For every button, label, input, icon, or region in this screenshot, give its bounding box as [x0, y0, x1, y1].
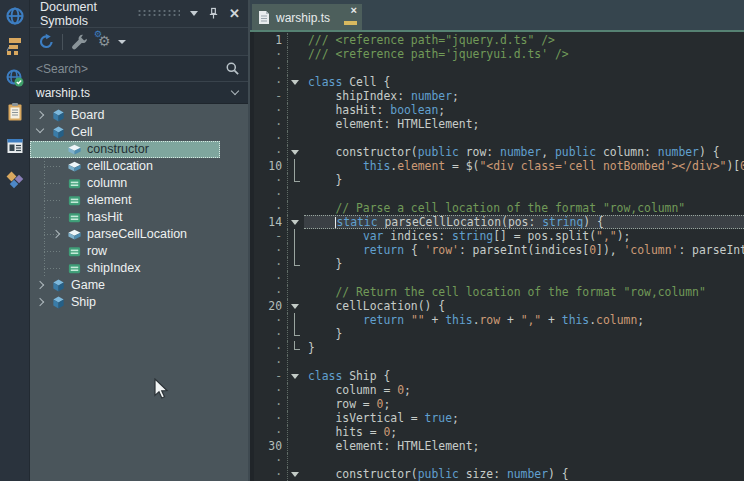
- code-text: constructor(public row: number, public c…: [304, 145, 744, 159]
- document-outline-icon[interactable]: [5, 36, 25, 56]
- code-line-8[interactable]: ·: [254, 131, 744, 145]
- fold-collapse-icon[interactable]: [288, 299, 304, 313]
- toolbar-dropdown-arrow-icon[interactable]: [118, 40, 126, 44]
- line-number: ·: [254, 411, 288, 425]
- tree-item-column[interactable]: column: [30, 175, 248, 192]
- settings-gear-icon[interactable]: ⚙⚙: [94, 32, 114, 52]
- code-line-10[interactable]: 10 this.element = $("<div class='cell no…: [254, 159, 744, 173]
- web-globe-icon[interactable]: [5, 6, 25, 26]
- search-box[interactable]: <Search>: [30, 56, 248, 82]
- code-line-22[interactable]: · }: [254, 327, 744, 341]
- tree-item-shipIndex[interactable]: shipIndex: [30, 260, 248, 277]
- wrench-icon[interactable]: [70, 33, 88, 51]
- tree-item-constructor[interactable]: constructor: [30, 141, 248, 158]
- code-line-19[interactable]: · // Return the cell location of the for…: [254, 285, 744, 299]
- tree-item-hasHit[interactable]: hasHit: [30, 209, 248, 226]
- code-area[interactable]: 1/// <reference path="jquery.d.ts" />·//…: [250, 32, 744, 481]
- tree-item-Game[interactable]: Game: [30, 277, 248, 294]
- fold-margin: [288, 173, 304, 187]
- code-line-28[interactable]: · isVertical = true;: [254, 411, 744, 425]
- tree-item-parseCellLocation[interactable]: parseCellLocation: [30, 226, 248, 243]
- code-line-3[interactable]: ·: [254, 61, 744, 75]
- refresh-icon[interactable]: [38, 33, 55, 50]
- fold-collapse-icon[interactable]: [288, 215, 304, 229]
- line-number: -: [254, 369, 288, 383]
- fold-collapse-icon[interactable]: [288, 369, 304, 383]
- code-text: [304, 453, 744, 467]
- tab-warship-ts[interactable]: warship.ts ×: [252, 4, 362, 30]
- code-line-7[interactable]: · element: HTMLElement;: [254, 117, 744, 131]
- panel-close-icon[interactable]: ✕: [229, 7, 240, 20]
- tab-close-icon[interactable]: ×: [351, 5, 357, 16]
- code-line-25[interactable]: -class Ship {: [254, 369, 744, 383]
- file-selector-dropdown[interactable]: warship.ts: [30, 82, 248, 104]
- line-number: ·: [254, 397, 288, 411]
- line-number: ·: [254, 201, 288, 215]
- clipboard-icon[interactable]: [5, 102, 25, 122]
- expand-icon[interactable]: [52, 230, 60, 238]
- tree-item-label: hasHit: [87, 210, 122, 224]
- code-line-18[interactable]: ·: [254, 271, 744, 285]
- document-preview-icon[interactable]: [5, 136, 25, 156]
- code-line-13[interactable]: · // Parse a cell location of the format…: [254, 201, 744, 215]
- code-text: }: [304, 327, 744, 341]
- line-number: ·: [254, 425, 288, 439]
- search-input[interactable]: <Search>: [30, 62, 225, 76]
- panel-title: Document Symbols: [30, 0, 129, 28]
- pin-icon[interactable]: [208, 7, 219, 20]
- code-text: [304, 61, 744, 75]
- tree-item-cellLocation[interactable]: cellLocation: [30, 158, 248, 175]
- code-line-30[interactable]: 30 element: HTMLElement;: [254, 439, 744, 453]
- panel-menu-arrow-icon[interactable]: [190, 11, 198, 16]
- code-line-6[interactable]: · hasHit: boolean;: [254, 103, 744, 117]
- tree-item-row[interactable]: row: [30, 243, 248, 260]
- tree-item-Board[interactable]: Board: [30, 107, 248, 124]
- code-text: return { 'row': parseInt(indices[0]), 'c…: [304, 243, 744, 257]
- code-line-5[interactable]: - shipIndex: number;: [254, 89, 744, 103]
- method-symbol-icon: [67, 159, 82, 174]
- fold-margin: [288, 243, 304, 257]
- tree-item-element[interactable]: element: [30, 192, 248, 209]
- code-line-2[interactable]: ·/// <reference path='jqueryui.d.ts' />: [254, 47, 744, 61]
- expand-icon[interactable]: [36, 111, 44, 119]
- file-selector-value: warship.ts: [30, 86, 232, 100]
- code-line-27[interactable]: · row = 0;: [254, 397, 744, 411]
- line-number: ·: [254, 243, 288, 257]
- fold-collapse-icon[interactable]: [288, 145, 304, 159]
- expand-icon[interactable]: [36, 298, 44, 306]
- code-line-9[interactable]: · constructor(public row: number, public…: [254, 145, 744, 159]
- line-number: ·: [254, 75, 288, 89]
- drag-handle[interactable]: [137, 9, 180, 18]
- code-line-29[interactable]: · hits = 0;: [254, 425, 744, 439]
- breakpoint-margin[interactable]: [250, 32, 254, 481]
- code-line-16[interactable]: · return { 'row': parseInt(indices[0]), …: [254, 243, 744, 257]
- code-line-1[interactable]: 1/// <reference path="jquery.d.ts" />: [254, 33, 744, 47]
- code-text: }: [304, 173, 744, 187]
- mouse-cursor-icon: [152, 378, 172, 400]
- code-line-26[interactable]: · column = 0;: [254, 383, 744, 397]
- code-line-21[interactable]: · return "" + this.row + "," + this.colu…: [254, 313, 744, 327]
- code-line-32[interactable]: · constructor(public size: number) {: [254, 467, 744, 481]
- code-line-23[interactable]: ·}: [254, 341, 744, 355]
- fold-margin: [288, 453, 304, 467]
- diamonds-icon[interactable]: [5, 170, 25, 190]
- code-line-12[interactable]: ·: [254, 187, 744, 201]
- code-line-4[interactable]: ·class Cell {: [254, 75, 744, 89]
- code-text: shipIndex: number;: [304, 89, 744, 103]
- fold-collapse-icon[interactable]: [288, 467, 304, 481]
- code-line-20[interactable]: 20 cellLocation() {: [254, 299, 744, 313]
- code-line-17[interactable]: · }: [254, 257, 744, 271]
- code-line-15[interactable]: - var indices: string[] = pos.split(",")…: [254, 229, 744, 243]
- collapse-icon[interactable]: [36, 125, 44, 133]
- web-globe-check-icon[interactable]: [5, 68, 25, 88]
- code-line-14[interactable]: 14 static parseCellLocation(pos: string)…: [254, 215, 744, 229]
- tree-item-Ship[interactable]: Ship: [30, 294, 248, 311]
- expand-icon[interactable]: [36, 281, 44, 289]
- line-number: ·: [254, 271, 288, 285]
- code-line-31[interactable]: ·: [254, 453, 744, 467]
- search-icon[interactable]: [225, 61, 240, 76]
- tree-item-Cell[interactable]: Cell: [30, 124, 248, 141]
- fold-collapse-icon[interactable]: [288, 75, 304, 89]
- code-line-11[interactable]: · }: [254, 173, 744, 187]
- code-line-24[interactable]: ·: [254, 355, 744, 369]
